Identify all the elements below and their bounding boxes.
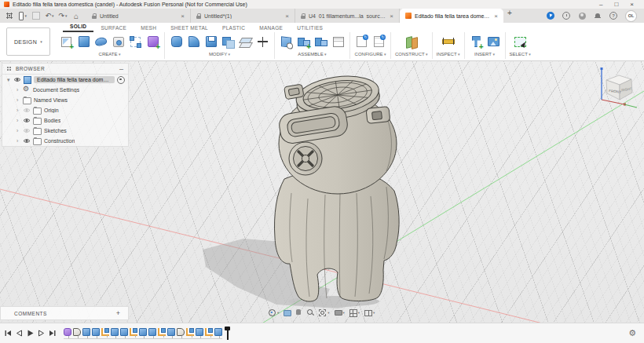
close-button[interactable]: × (630, 2, 634, 8)
expand-caret-icon[interactable]: › (16, 97, 20, 103)
activate-component-radio[interactable] (117, 76, 125, 84)
timeline-settings-gear-icon[interactable]: ⚙ (628, 328, 639, 338)
as-built-joint-icon[interactable] (313, 35, 328, 49)
new-component-icon[interactable] (279, 35, 294, 49)
group-label-modify[interactable]: MODIFY (209, 52, 230, 57)
timeline-feature-icon[interactable] (214, 328, 222, 336)
insert-derive-icon[interactable] (469, 35, 484, 49)
app-grid-icon[interactable] (5, 12, 13, 20)
panel-collapse-button[interactable]: – (119, 67, 123, 71)
document-tab[interactable]: Untitled × (86, 9, 191, 23)
expand-caret-icon[interactable]: › (16, 118, 20, 123)
expand-caret-icon[interactable]: › (16, 138, 20, 144)
zoom-button[interactable] (306, 308, 314, 316)
root-component-label[interactable]: Editado filla fella tarea domesti... (34, 76, 115, 83)
visibility-eye-icon[interactable] (23, 138, 31, 144)
ribbon-tab[interactable]: SHEET METAL (163, 25, 215, 32)
grid-snaps-button[interactable]: ▾ (349, 308, 360, 316)
tab-close-icon[interactable]: × (181, 13, 185, 20)
file-menu-button[interactable]: ▾ (19, 12, 27, 20)
timeline-skip-start-button[interactable] (5, 330, 12, 337)
ribbon-tab[interactable]: PLASTIC (215, 25, 252, 32)
timeline-feature-icon[interactable] (101, 328, 109, 336)
redo-button[interactable]: ▾ (59, 12, 67, 20)
timeline-feature-icon[interactable] (130, 328, 137, 336)
timeline-play-button[interactable] (27, 330, 34, 337)
document-tab[interactable]: U4_01 fillamentum...la_sourcefile*(2) × (295, 9, 400, 23)
timeline-step-forward-button[interactable] (38, 330, 45, 337)
visibility-eye-icon[interactable] (23, 108, 31, 113)
hole-icon[interactable] (111, 35, 126, 49)
panel-drag-icon[interactable] (7, 67, 12, 71)
browser-tree-item[interactable]: › Origin (2, 105, 128, 115)
box-primitive-icon[interactable] (128, 35, 143, 49)
minimize-button[interactable]: – (599, 2, 602, 8)
group-label-configure[interactable]: CONFIGURE (355, 52, 386, 57)
timeline-feature-icon[interactable] (205, 328, 213, 336)
group-label-select[interactable]: SELECT (510, 52, 531, 57)
extrude-icon[interactable] (76, 35, 91, 49)
visibility-eye-icon[interactable] (13, 77, 21, 82)
tab-close-icon[interactable]: × (285, 13, 289, 20)
fillet-icon[interactable] (186, 35, 201, 49)
user-status-icon[interactable] (578, 12, 586, 20)
group-label-create[interactable]: CREATE (99, 52, 121, 57)
workspace-selector[interactable]: DESIGN▾ (6, 27, 50, 56)
timeline-feature-icon[interactable] (64, 328, 71, 336)
undo-button[interactable]: ▾ (46, 12, 53, 20)
visibility-eye-icon[interactable] (23, 118, 31, 123)
configuration-table-icon[interactable] (371, 35, 386, 49)
view-cube[interactable]: FRONT RIGHT (591, 63, 640, 111)
home-view-button[interactable] (72, 12, 80, 20)
display-settings-button[interactable]: ▾ (334, 308, 345, 316)
comments-panel[interactable]: COMMENTS + (0, 306, 129, 320)
history-clock-icon[interactable] (562, 12, 570, 20)
orbit-button[interactable]: ▾ (268, 308, 279, 316)
model-body[interactable] (275, 71, 400, 301)
move-copy-icon[interactable] (255, 35, 270, 49)
notifications-bell-icon[interactable] (594, 12, 602, 20)
browser-tree-item[interactable]: › Construction (2, 136, 128, 146)
timeline-feature-icon[interactable] (82, 328, 90, 336)
timeline-feature-icon[interactable] (158, 328, 166, 336)
document-tab-active[interactable]: Editado filla fella tarea domestica × (400, 9, 503, 23)
timeline-position-marker[interactable] (225, 327, 230, 341)
timeline-feature-icon[interactable] (120, 328, 128, 336)
browser-tree-item[interactable]: › Document Settings (2, 85, 128, 95)
create-sketch-icon[interactable] (59, 35, 74, 49)
pan-button[interactable] (295, 308, 302, 316)
group-label-insert[interactable]: INSERT (474, 52, 495, 57)
help-icon[interactable]: ? (609, 12, 617, 20)
create-form-icon[interactable] (145, 35, 160, 49)
construction-plane-icon[interactable] (404, 35, 419, 49)
group-label-assemble[interactable]: ASSEMBLE (298, 52, 326, 57)
expand-caret-icon[interactable]: › (16, 87, 20, 93)
timeline-feature-icon[interactable] (196, 328, 203, 336)
joint-icon[interactable] (296, 35, 311, 49)
motion-study-icon[interactable] (331, 35, 346, 49)
job-status-icon[interactable] (547, 12, 554, 20)
offset-face-icon[interactable] (238, 35, 253, 49)
expand-caret-icon[interactable]: ▾ (7, 77, 11, 83)
add-comment-button[interactable]: + (116, 309, 128, 317)
viewport-canvas[interactable]: FRONT RIGHT BROWSER – ▾ Editado filla fe… (0, 61, 644, 323)
ribbon-tab[interactable]: UTILITIES (290, 25, 330, 32)
viewports-button[interactable]: ▾ (364, 308, 375, 316)
browser-root-item[interactable]: ▾ Editado filla fella tarea domesti... (2, 75, 128, 85)
timeline-feature-icon[interactable] (111, 328, 119, 336)
insert-canvas-icon[interactable] (486, 35, 501, 49)
configuration-icon[interactable] (354, 35, 369, 49)
ribbon-tab[interactable]: MESH (134, 25, 163, 32)
select-icon[interactable] (513, 35, 528, 49)
maximize-button[interactable]: □ (614, 2, 618, 8)
group-label-inspect[interactable]: INSPECT (437, 52, 460, 57)
expand-caret-icon[interactable]: › (16, 108, 20, 113)
browser-tree-item[interactable]: › Named Views (2, 95, 128, 105)
timeline-step-back-button[interactable] (16, 330, 23, 337)
ribbon-tab[interactable]: MANAGE (252, 25, 290, 32)
document-tab[interactable]: Untitled*(1) × (191, 9, 295, 23)
tab-close-icon[interactable]: × (494, 13, 498, 20)
timeline-feature-icon[interactable] (177, 328, 185, 336)
timeline-feature-icon[interactable] (92, 328, 100, 336)
revolve-icon[interactable] (93, 35, 108, 49)
